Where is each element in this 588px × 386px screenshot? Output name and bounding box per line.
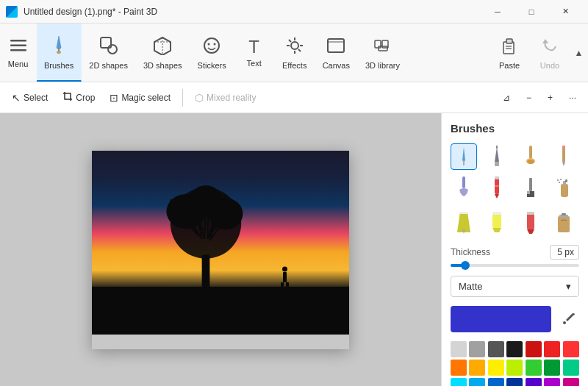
ribbon-chevron[interactable]: ▲ xyxy=(570,24,588,82)
swatch-magenta[interactable] xyxy=(563,378,579,386)
swatch-black[interactable] xyxy=(506,341,523,357)
swatch-darkgray[interactable] xyxy=(488,341,504,357)
swatch-red[interactable] xyxy=(544,341,560,357)
brush-pencil2[interactable] xyxy=(451,210,477,236)
swatch-darkgreen[interactable] xyxy=(544,360,560,376)
crop-label: Crop xyxy=(76,93,95,103)
swatch-purple[interactable] xyxy=(544,378,560,386)
swatch-gray[interactable] xyxy=(469,341,485,357)
ribbon-3dshapes[interactable]: 3D shapes xyxy=(136,24,190,82)
svg-point-9 xyxy=(214,43,216,45)
2dshapes-label: 2D shapes xyxy=(89,61,128,70)
brush-oil[interactable] xyxy=(517,143,544,170)
brush-grid-2 xyxy=(451,210,579,236)
svg-marker-43 xyxy=(562,162,565,166)
ribbon-stickers[interactable]: Stickers xyxy=(190,24,234,82)
crop-button[interactable]: Crop xyxy=(57,88,101,107)
magic-select-label: Magic select xyxy=(121,93,171,103)
text-label: Text xyxy=(247,59,262,68)
brush-highlighter[interactable] xyxy=(484,210,510,236)
color-preview-box[interactable] xyxy=(451,306,551,332)
thickness-row: Thickness 5 px xyxy=(451,245,579,260)
panel-title: Brushes xyxy=(451,122,579,135)
brush-pixel[interactable] xyxy=(517,174,544,201)
tree-silhouette xyxy=(158,184,254,294)
canvas-area[interactable] xyxy=(0,113,441,386)
eyedropper-button[interactable] xyxy=(557,308,579,330)
swatch-teal[interactable] xyxy=(563,360,579,376)
3dlibrary-icon xyxy=(373,36,392,58)
svg-rect-42 xyxy=(562,147,565,162)
brush-marker[interactable] xyxy=(484,143,510,170)
swatch-darkblue[interactable] xyxy=(506,378,523,386)
plus-button[interactable]: + xyxy=(542,90,559,106)
swatch-green[interactable] xyxy=(526,360,542,376)
ribbon-text[interactable]: T Text xyxy=(234,24,275,82)
magic-select-button[interactable]: ⊡ Magic select xyxy=(104,89,176,107)
brush-crayon[interactable] xyxy=(484,174,510,201)
swatch-brightred[interactable] xyxy=(563,341,579,357)
stickers-icon xyxy=(202,36,221,58)
matte-dropdown[interactable]: Matte ▾ xyxy=(451,276,579,297)
ribbon-2dshapes[interactable]: 2D shapes xyxy=(82,24,136,82)
more-icon: ··· xyxy=(569,93,576,103)
minus-button[interactable]: − xyxy=(520,90,537,106)
swatch-yellow[interactable] xyxy=(488,360,504,376)
swatch-orange[interactable] xyxy=(451,360,467,376)
swatch-blue[interactable] xyxy=(488,378,504,386)
ribbon-paste[interactable]: Paste xyxy=(490,24,530,82)
title-bar-left: Untitled design (1).png* - Paint 3D xyxy=(6,6,157,18)
more-button[interactable]: ··· xyxy=(563,90,582,106)
line-tool-button[interactable]: ⊿ xyxy=(497,90,516,106)
canvas-reflection xyxy=(92,335,349,349)
svg-rect-0 xyxy=(10,40,26,42)
brush-container[interactable] xyxy=(551,210,577,236)
swatch-lightgray[interactable] xyxy=(451,341,467,357)
swatch-indigo[interactable] xyxy=(526,378,542,386)
svg-rect-68 xyxy=(558,216,570,232)
swatch-amber[interactable] xyxy=(469,360,485,376)
brush-pencil[interactable] xyxy=(551,143,577,170)
thickness-slider[interactable] xyxy=(451,264,579,267)
brush-crayon2[interactable] xyxy=(517,210,544,236)
canvas-image[interactable] xyxy=(92,151,349,335)
swatch-lime[interactable] xyxy=(506,360,523,376)
svg-point-8 xyxy=(208,43,210,45)
svg-marker-66 xyxy=(527,229,534,234)
svg-rect-23 xyxy=(506,39,512,43)
plus-icon: + xyxy=(548,93,553,103)
minimize-button[interactable]: ─ xyxy=(481,0,514,24)
maximize-button[interactable]: □ xyxy=(514,0,548,24)
undo-icon xyxy=(541,36,559,58)
swatch-skyblue[interactable] xyxy=(469,378,485,386)
ribbon-brushes[interactable]: Brushes xyxy=(37,24,82,82)
ribbon-menu[interactable]: Menu xyxy=(0,24,37,82)
svg-point-58 xyxy=(560,179,562,180)
brush-spray[interactable] xyxy=(551,174,577,201)
brush-watercolor[interactable] xyxy=(451,174,477,201)
svg-rect-17 xyxy=(328,39,344,52)
close-button[interactable]: ✕ xyxy=(548,0,582,24)
app-icon xyxy=(6,6,18,18)
main-area: Brushes xyxy=(0,113,588,386)
ribbon: Menu Brushes 2D shapes 3D shapes xyxy=(0,24,588,82)
magic-select-icon: ⊡ xyxy=(110,92,118,104)
select-button[interactable]: ↖ Select xyxy=(6,89,54,107)
ribbon-3dlibrary[interactable]: 3D library xyxy=(358,24,408,82)
brush-calligraphy[interactable] xyxy=(451,143,477,170)
swatch-cyan[interactable] xyxy=(451,378,467,386)
slider-thumb[interactable] xyxy=(461,261,470,270)
thickness-value[interactable]: 5 px xyxy=(550,245,579,260)
svg-marker-47 xyxy=(495,194,499,199)
mixed-reality-button[interactable]: ⬡ Mixed reality xyxy=(189,89,262,107)
brush-grid xyxy=(451,143,579,201)
ribbon-undo[interactable]: Undo xyxy=(530,24,570,82)
ribbon-effects[interactable]: Effects xyxy=(275,24,315,82)
window-title: Untitled design (1).png* - Paint 3D xyxy=(24,7,157,17)
ribbon-canvas[interactable]: Canvas xyxy=(315,24,358,82)
swatch-darkred[interactable] xyxy=(526,341,542,357)
3dshapes-icon xyxy=(153,36,172,58)
svg-rect-33 xyxy=(283,272,287,282)
svg-point-56 xyxy=(559,182,560,183)
window-controls[interactable]: ─ □ ✕ xyxy=(481,0,582,24)
